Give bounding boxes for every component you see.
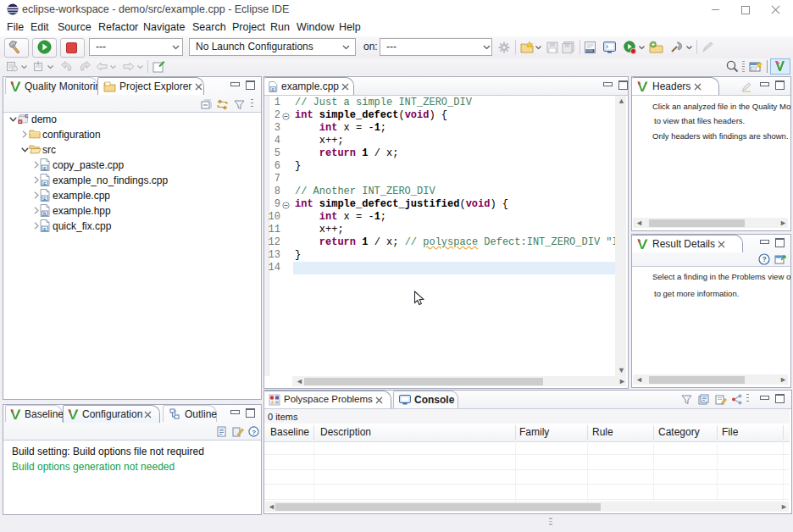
svg-text:c: c	[271, 86, 274, 92]
svg-text:h: h	[43, 211, 47, 217]
svg-text:c: c	[43, 165, 47, 171]
svg-text:c: c	[43, 180, 47, 186]
svg-text:c: c	[43, 226, 47, 232]
svg-text:010: 010	[586, 48, 593, 53]
svg-text:C: C	[25, 113, 29, 119]
svg-text:?: ?	[762, 255, 767, 263]
svg-text:c: c	[43, 196, 47, 202]
svg-text:?: ?	[252, 429, 256, 436]
